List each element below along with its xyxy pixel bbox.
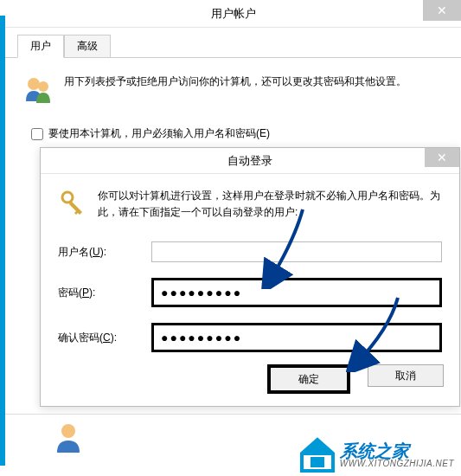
svg-point-3 xyxy=(61,424,75,438)
users-icon xyxy=(22,74,54,107)
child-intro-text: 你可以对计算机进行设置，这样用户在登录时就不必输入用户名和密码。为此，请在下面指… xyxy=(98,188,442,221)
username-label: 用户名(U): xyxy=(58,245,136,260)
password-label: 密码(P): xyxy=(58,286,136,300)
tab-bar: 用户 高级 xyxy=(5,28,461,58)
parent-titlebar: 用户帐户 ✕ xyxy=(5,0,461,28)
auto-login-dialog: 自动登录 ✕ 你可以对计算机进行设置，这样用户在登录时就不必输入用户名和密码。为… xyxy=(40,147,460,407)
user-accounts-dialog: 用户帐户 ✕ 用户 高级 用下列表授予或拒绝用户访问你的计算机，还可以更改其密码… xyxy=(5,0,461,167)
tab-advanced[interactable]: 高级 xyxy=(64,35,111,57)
parent-title: 用户帐户 xyxy=(211,6,256,22)
branding-logo: 系统之家 WWW.XITONGZHIJIA.NET xyxy=(298,436,454,474)
user-avatar-icon xyxy=(52,420,85,455)
intro-text: 用下列表授予或拒绝用户访问你的计算机，还可以更改其密码和其他设置。 xyxy=(64,74,444,90)
bottom-strip: 系统之家 WWW.XITONGZHIJIA.NET xyxy=(5,414,461,476)
child-titlebar: 自动登录 ✕ xyxy=(41,148,459,174)
child-close-button[interactable]: ✕ xyxy=(425,148,459,167)
confirm-password-label: 确认密码(C): xyxy=(58,331,136,345)
close-icon: ✕ xyxy=(437,151,447,164)
confirm-password-input[interactable] xyxy=(151,323,442,352)
close-icon: ✕ xyxy=(437,3,447,17)
keys-icon xyxy=(58,188,87,220)
username-input[interactable] xyxy=(151,241,442,262)
parent-close-button[interactable]: ✕ xyxy=(423,0,461,21)
password-input[interactable] xyxy=(151,278,442,307)
svg-rect-4 xyxy=(311,457,324,467)
require-password-label: 要使用本计算机，用户必须输入用户名和密码(E) xyxy=(48,126,270,141)
house-icon xyxy=(298,436,336,474)
brand-url: WWW.XITONGZHIJIA.NET xyxy=(340,460,454,468)
brand-name: 系统之家 xyxy=(340,442,454,460)
svg-point-1 xyxy=(38,81,48,92)
ok-button[interactable]: 确定 xyxy=(267,364,350,394)
require-password-checkbox[interactable] xyxy=(31,128,43,140)
tab-users[interactable]: 用户 xyxy=(17,35,64,58)
svg-point-0 xyxy=(28,78,40,90)
cancel-button[interactable]: 取消 xyxy=(368,364,444,387)
child-title: 自动登录 xyxy=(227,153,272,169)
